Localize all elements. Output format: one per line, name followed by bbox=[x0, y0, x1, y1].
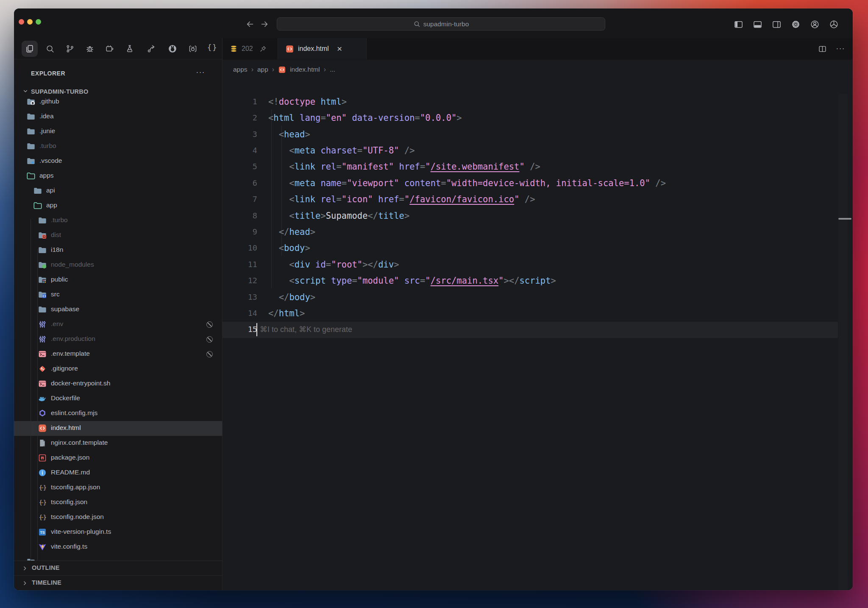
tree-item-i18n[interactable]: i18n bbox=[14, 243, 222, 258]
file-name: .gitignore bbox=[51, 365, 78, 372]
toggle-secondary-sidebar-icon[interactable] bbox=[772, 20, 782, 29]
tree-item-.gitignore[interactable]: .gitignore bbox=[14, 362, 222, 377]
breadcrumb-item-file[interactable]: index.html bbox=[290, 66, 320, 73]
activity-item-remote-share[interactable] bbox=[143, 41, 159, 57]
tree-item-src[interactable]: src bbox=[14, 287, 222, 302]
line-number: 8 bbox=[223, 208, 257, 224]
braces-json-icon: {} bbox=[38, 483, 47, 492]
toggle-primary-sidebar-icon[interactable] bbox=[734, 20, 743, 29]
files-icon bbox=[25, 44, 34, 53]
activity-item-source-control[interactable] bbox=[62, 41, 78, 57]
close-tab-icon[interactable]: × bbox=[337, 45, 342, 53]
tree-item-node_modules[interactable]: node_modules bbox=[14, 258, 222, 273]
tree-item-clipped[interactable] bbox=[14, 555, 222, 561]
file-name: eslint.config.mjs bbox=[51, 409, 97, 417]
braces-json-icon: {} bbox=[38, 498, 47, 507]
line-number: 12 bbox=[223, 273, 257, 289]
scrollbar-thumb[interactable] bbox=[838, 218, 851, 220]
chevron-right-icon: › bbox=[324, 66, 326, 73]
folder-icon bbox=[26, 557, 36, 561]
tree-item-.idea[interactable]: .idea bbox=[14, 109, 222, 124]
share-arrow-icon bbox=[147, 44, 156, 53]
file-name: .idea bbox=[39, 112, 54, 120]
tree-item-eslint.config.mjs[interactable]: eslint.config.mjs bbox=[14, 406, 222, 421]
zoom-window-button[interactable] bbox=[36, 19, 41, 25]
tree-item-app[interactable]: app bbox=[14, 198, 222, 213]
tree-item-Dockerfile[interactable]: Dockerfile bbox=[14, 391, 222, 406]
tree-item-package.json[interactable]: package.json bbox=[14, 451, 222, 466]
activity-item-coderabbit[interactable] bbox=[164, 41, 181, 57]
code-line-1: 1<!doctype html> bbox=[223, 94, 853, 110]
chevron-right-icon: › bbox=[272, 66, 274, 73]
sidebar-section-outline[interactable]: OUTLINE bbox=[14, 561, 222, 575]
line-number: 10 bbox=[223, 240, 257, 256]
code-area[interactable]: 1<!doctype html>2<html lang="en" data-ve… bbox=[223, 77, 853, 590]
breadcrumb-tail[interactable]: ... bbox=[330, 66, 335, 73]
tree-item-vite-version-plugin.ts[interactable]: TSvite-version-plugin.ts bbox=[14, 525, 222, 540]
code-line-6: 6 <meta name="viewport" content="width=d… bbox=[223, 175, 853, 191]
settings-gear-icon[interactable] bbox=[791, 20, 801, 29]
tree-item-.turbo[interactable]: .turbo bbox=[14, 213, 222, 228]
indent-guide bbox=[37, 249, 38, 561]
activity-item-debug[interactable] bbox=[82, 41, 98, 57]
activity-item-extensions[interactable] bbox=[102, 41, 118, 57]
tree-item-vite.config.ts[interactable]: vite.config.ts bbox=[14, 540, 222, 555]
file-name: .github bbox=[39, 98, 59, 105]
toggle-panel-icon[interactable] bbox=[753, 20, 762, 29]
tree-item-api[interactable]: api bbox=[14, 184, 222, 198]
tree-item-tsconfig.node.json[interactable]: {}tsconfig.node.json bbox=[14, 510, 222, 525]
project-root-label: SUPADMIN-TURBO bbox=[31, 88, 88, 95]
tree-item-.env.template[interactable]: .env.template bbox=[14, 347, 222, 362]
tree-item-.junie[interactable]: .junie bbox=[14, 124, 222, 139]
tree-item-.env[interactable]: .env bbox=[14, 317, 222, 332]
tree-item-tsconfig.json[interactable]: {}tsconfig.json bbox=[14, 495, 222, 510]
more-actions-icon[interactable]: ··· bbox=[836, 45, 845, 53]
tab-pinned-202[interactable]: 202 bbox=[223, 38, 278, 59]
tab-index-html[interactable]: index.html × bbox=[278, 38, 367, 59]
terminal-icon bbox=[38, 349, 47, 359]
svg-text:}: } bbox=[43, 499, 47, 506]
whale-icon bbox=[38, 394, 47, 403]
breadcrumb-item[interactable]: apps bbox=[233, 66, 248, 73]
code-line-5: 5 <link rel="manifest" href="/site.webma… bbox=[223, 159, 853, 175]
tree-item-README.md[interactable]: README.md bbox=[14, 466, 222, 480]
activity-bar: {} bbox=[14, 38, 222, 59]
tree-item-docker-entrypoint.sh[interactable]: docker-entrypoint.sh bbox=[14, 377, 222, 391]
tree-item-tsconfig.app.json[interactable]: {}tsconfig.app.json bbox=[14, 480, 222, 495]
file-name: node_modules bbox=[51, 261, 94, 268]
search-input[interactable]: supadmin-turbo bbox=[277, 17, 605, 31]
tree-item-supabase[interactable]: supabase bbox=[14, 302, 222, 317]
editor-pane: apps›app›index.html›... 1<!doctype html>… bbox=[223, 60, 853, 590]
activity-item-snippets[interactable]: {} bbox=[204, 41, 220, 57]
tree-item-index.html[interactable]: index.html bbox=[14, 421, 222, 436]
activity-item-ai-agent[interactable] bbox=[185, 41, 201, 57]
editor-scrollbar[interactable] bbox=[838, 94, 848, 590]
minimize-window-button[interactable] bbox=[27, 19, 33, 25]
activity-item-explorer[interactable] bbox=[22, 41, 38, 57]
tree-item-.env.production[interactable]: .env.production bbox=[14, 332, 222, 347]
tree-item-.vscode[interactable]: .vscode bbox=[14, 154, 222, 169]
folder-icon bbox=[38, 305, 47, 314]
line-number: 1 bbox=[223, 94, 257, 110]
tree-item-public[interactable]: public bbox=[14, 273, 222, 287]
back-icon[interactable] bbox=[245, 20, 255, 29]
folder-icon bbox=[26, 142, 36, 151]
tree-item-apps[interactable]: apps bbox=[14, 169, 222, 184]
forward-icon[interactable] bbox=[260, 20, 269, 29]
tree-root-row[interactable]: SUPADMIN-TURBO bbox=[14, 86, 222, 98]
svg-text:TS: TS bbox=[40, 530, 45, 535]
split-editor-icon[interactable] bbox=[818, 45, 827, 53]
cursor-settings-icon[interactable] bbox=[829, 20, 839, 29]
database-icon bbox=[229, 45, 238, 53]
tree-item-nginx.conf.template[interactable]: nginx.conf.template bbox=[14, 436, 222, 451]
tree-item-dist[interactable]: dist bbox=[14, 228, 222, 243]
git-branch-icon bbox=[65, 44, 75, 53]
account-icon[interactable] bbox=[810, 20, 820, 29]
sidebar-section-timeline[interactable]: TIMELINE bbox=[14, 575, 222, 590]
tree-item-.turbo[interactable]: .turbo bbox=[14, 139, 222, 154]
code-line-4: 4 <meta charset="UTF-8" /> bbox=[223, 142, 853, 159]
activity-item-search[interactable] bbox=[42, 41, 58, 57]
close-window-button[interactable] bbox=[19, 19, 24, 25]
breadcrumb-item[interactable]: app bbox=[257, 66, 268, 73]
activity-item-testing[interactable] bbox=[122, 41, 138, 57]
